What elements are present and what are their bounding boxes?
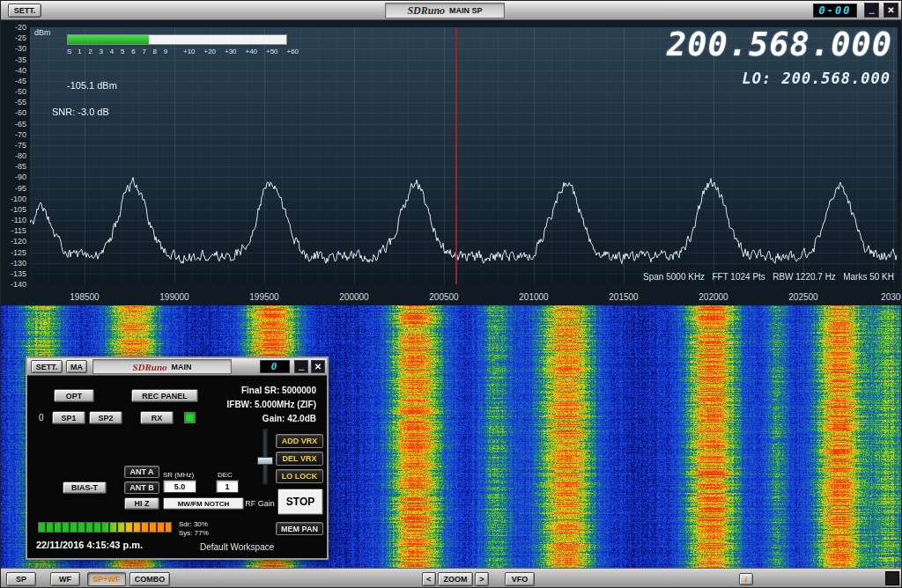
ant-b-button[interactable]: ANT B — [124, 481, 159, 494]
main-settings-button[interactable]: SETT. — [8, 4, 41, 18]
zoom-out-button[interactable]: < — [422, 572, 436, 586]
sp-mode-button[interactable]: SP — [6, 572, 36, 586]
panel-settings-button[interactable]: SETT. — [31, 360, 63, 373]
db-tick-label: -60 — [1, 108, 26, 117]
gain-readout: Gain: 42.0dB — [262, 414, 316, 423]
mem-pan-button[interactable]: MEM PAN — [276, 522, 323, 535]
smeter-tick-label: 1 — [78, 48, 81, 55]
db-tick-label: -25 — [1, 33, 26, 42]
app-brand: SDRuno — [407, 4, 445, 18]
ant-a-button[interactable]: ANT A — [124, 466, 159, 478]
power-readout: -105.1 dBm — [67, 80, 117, 91]
freq-tick-label: 200500 — [429, 292, 458, 302]
db-axis: -20-25-30-35-40-45-50-55-60-65-70-75-80-… — [1, 20, 30, 305]
smeter-tick-label: 2 — [88, 48, 92, 55]
wf-mode-button[interactable]: WF — [50, 572, 80, 586]
db-tick-label: -100 — [1, 195, 26, 203]
ifbw-readout: IFBW: 5.000MHz (ZIF) — [227, 400, 316, 409]
opt-button[interactable]: OPT — [54, 389, 94, 402]
combo-mode-button[interactable]: COMBO — [129, 572, 170, 586]
main-titlebar[interactable]: SETT. SDRuno MAIN SP 0-00 ▁ ✕ — [1, 1, 902, 20]
rx-index-label: 0 — [39, 413, 44, 423]
dec-label: DEC — [218, 471, 233, 479]
db-tick-label: -80 — [1, 151, 26, 160]
datetime-readout: 22/11/2016 4:15:43 p.m. — [36, 540, 143, 550]
hi-z-button[interactable]: HI Z — [124, 497, 159, 510]
mw-fm-notch-button[interactable]: MW/FM NOTCH — [163, 497, 244, 510]
lo-lock-button[interactable]: LO LOCK — [276, 469, 323, 483]
bottom-toolbar: SP WF SP+WF COMBO < ZOOM > VFO i — [1, 568, 902, 588]
freq-tick-label: 198500 — [70, 292, 99, 302]
db-tick-label: -95 — [1, 184, 26, 193]
dbm-unit-label: dBm — [34, 28, 51, 37]
panel-title-text: MAIN — [172, 363, 192, 371]
main-window-title: SDRuno MAIN SP — [385, 3, 505, 18]
spectrum-status-line: Span 5000 KHz FFT 1024 Pts RBW 1220.7 Hz… — [643, 272, 894, 282]
sdruno-app-window: SETT. SDRuno MAIN SP 0-00 ▁ ✕ -20-25-30-… — [0, 0, 902, 588]
smeter-tick-label: +40 — [246, 48, 258, 55]
rf-gain-slider-thumb[interactable] — [257, 457, 273, 465]
db-tick-label: -90 — [1, 173, 26, 181]
sp1-button[interactable]: SP1 — [52, 411, 85, 424]
smeter-tick-label: 6 — [131, 48, 135, 55]
freq-tick-label: 202500 — [788, 292, 817, 302]
db-tick-label: -110 — [1, 216, 26, 224]
freq-tick-label: 200000 — [339, 292, 368, 302]
lo-frequency-display[interactable]: LO: 200.568.000 — [742, 70, 891, 87]
zoom-button[interactable]: ZOOM — [438, 572, 473, 586]
add-vrx-button[interactable]: ADD VRX — [276, 434, 323, 448]
workspace-label: Default Workspace — [200, 542, 274, 552]
info-button[interactable]: i — [739, 573, 753, 585]
db-tick-label: -30 — [1, 44, 26, 53]
db-tick-label: -65 — [1, 120, 26, 129]
zoom-in-button[interactable]: > — [475, 572, 489, 586]
dec-value-field[interactable]: 1 — [216, 480, 239, 493]
smeter-tick-label: 9 — [164, 48, 167, 55]
sp2-button[interactable]: SP2 — [89, 411, 122, 424]
db-tick-label: -20 — [1, 23, 26, 32]
main-close-button[interactable]: ✕ — [884, 3, 898, 18]
db-tick-label: -130 — [1, 259, 26, 268]
sp-wf-mode-button[interactable]: SP+WF — [87, 572, 126, 586]
vrx-number-display: 0 — [260, 360, 290, 373]
smeter-tick-label: 4 — [110, 48, 114, 55]
panel-title: SDRuno MAIN — [92, 359, 232, 374]
panel-brand: SDRuno — [132, 362, 166, 372]
db-tick-label: -135 — [1, 269, 26, 278]
panel-titlebar[interactable]: SETT. MA SDRuno MAIN 0 ▁ ✕ — [27, 358, 327, 376]
smeter-tick-label: +60 — [287, 48, 299, 55]
del-vrx-button[interactable]: DEL VRX — [276, 452, 323, 466]
panel-close-button[interactable]: ✕ — [311, 360, 325, 373]
spectrum-display[interactable] — [30, 27, 898, 284]
freq-tick-label: 201000 — [519, 292, 548, 302]
rx-button[interactable]: RX — [140, 411, 174, 424]
db-tick-label: -50 — [1, 87, 26, 96]
corner-block — [885, 571, 899, 585]
freq-tick-label: 202000 — [699, 292, 728, 302]
rf-gain-label: RF Gain — [242, 499, 277, 508]
main-minimize-button[interactable]: ▁ — [864, 3, 879, 18]
smeter-tick-label: +50 — [266, 48, 278, 55]
s-meter[interactable] — [67, 34, 287, 45]
db-tick-label: -70 — [1, 130, 26, 139]
s-meter-fill — [68, 35, 149, 44]
s-meter-scale: S123456789+10+20+30+40+50+60 — [67, 48, 296, 56]
db-tick-label: -120 — [1, 237, 26, 246]
db-tick-label: -35 — [1, 55, 26, 64]
sr-value-field[interactable]: 5.0 — [163, 480, 196, 493]
main-window-title-text: MAIN SP — [449, 6, 483, 15]
panel-ma-button[interactable]: MA — [66, 360, 87, 373]
db-tick-label: -140 — [1, 280, 26, 289]
smeter-tick-label: 7 — [142, 48, 145, 55]
bias-t-button[interactable]: BIAS-T — [63, 481, 107, 494]
db-tick-label: -125 — [1, 248, 26, 257]
vfo-button[interactable]: VFO — [505, 572, 535, 586]
smeter-tick-label: S — [67, 48, 71, 55]
rec-panel-button[interactable]: REC PANEL — [131, 389, 198, 402]
db-tick-label: -115 — [1, 226, 26, 235]
final-sr-readout: Final SR: 5000000 — [241, 386, 316, 395]
db-tick-label: -105 — [1, 205, 26, 214]
stop-button[interactable]: STOP — [277, 489, 323, 515]
frequency-display[interactable]: 200.568.000 — [667, 26, 892, 63]
panel-minimize-button[interactable]: ▁ — [294, 360, 308, 373]
